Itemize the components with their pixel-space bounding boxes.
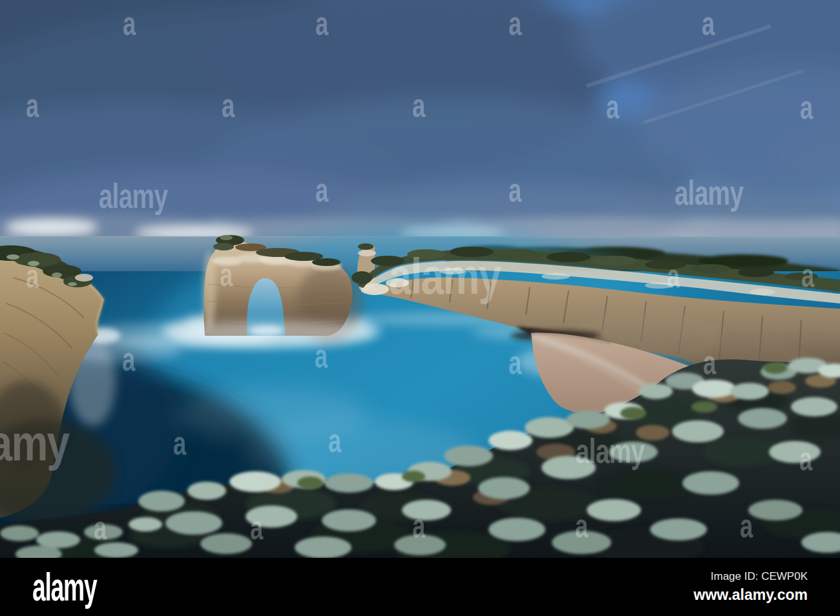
alamy-footer-bar: alamy Image ID: CEWP0K www.alamy.com [0,558,840,616]
image-id-text: Image ID: CEWP0K [694,570,808,583]
photo-area: aaaaaaaaaaaalamyalamyaaalamyaaaaaaalamya… [0,0,840,558]
website-text: www.alamy.com [694,586,808,604]
alamy-logo: alamy [32,567,96,607]
alamy-preview-page: aaaaaaaaaaaalamyalamyaaalamyaaaaaaalamya… [0,0,840,616]
landscape-photo [0,0,840,558]
sky [0,0,840,265]
footer-info: Image ID: CEWP0K www.alamy.com [694,570,808,604]
